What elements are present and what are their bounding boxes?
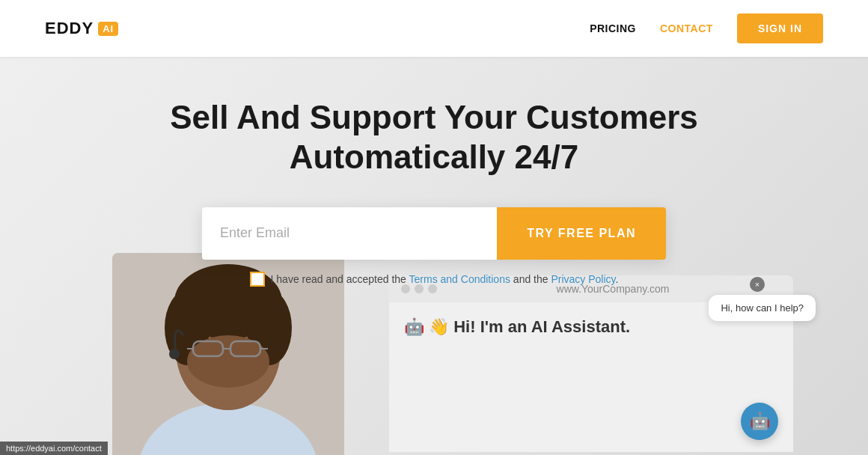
chat-icon-button[interactable]: 🤖 — [741, 403, 778, 440]
terms-row: I have read and accepted the Terms and C… — [0, 272, 868, 287]
nav: PRICING CONTACT SIGN IN — [590, 13, 823, 43]
footer-link[interactable]: https://eddyai.com/contact — [0, 442, 108, 455]
main-content: Sell And Support Your Customers Automati… — [0, 57, 868, 287]
chat-content: 🤖 👋 Hi! I'm an AI Assistant. × Hi, how c… — [389, 302, 793, 452]
logo-text: EDDY — [45, 19, 94, 38]
chat-greeting: 🤖 👋 Hi! I'm an AI Assistant. — [404, 317, 630, 336]
terms-checkbox[interactable] — [250, 272, 265, 287]
nav-pricing[interactable]: PRICING — [590, 22, 636, 34]
email-form-wrapper: TRY FREE PLAN — [0, 207, 868, 260]
try-free-plan-button[interactable]: TRY FREE PLAN — [497, 207, 666, 260]
svg-point-13 — [169, 349, 180, 359]
chat-robot-icon: 🤖 — [750, 412, 770, 431]
svg-point-7 — [187, 335, 269, 388]
signin-button[interactable]: SIGN IN — [737, 13, 823, 43]
chat-widget: www.YourCompany.com 🤖 👋 Hi! I'm an AI As… — [389, 275, 793, 455]
nav-contact[interactable]: CONTACT — [660, 22, 713, 34]
hero-title: Sell And Support Your Customers Automati… — [0, 98, 868, 177]
checkbox-label: I have read and accepted the Terms and C… — [271, 273, 619, 285]
email-form: TRY FREE PLAN — [202, 207, 666, 260]
logo: EDDY AI — [45, 19, 118, 38]
logo-badge: AI — [98, 22, 118, 36]
chat-bubble: × Hi, how can I help? — [709, 295, 816, 321]
email-input[interactable] — [202, 207, 497, 260]
terms-link[interactable]: Terms and Conditions — [409, 273, 510, 285]
header: EDDY AI PRICING CONTACT SIGN IN — [0, 0, 868, 57]
privacy-link[interactable]: Privacy Policy — [551, 273, 615, 285]
